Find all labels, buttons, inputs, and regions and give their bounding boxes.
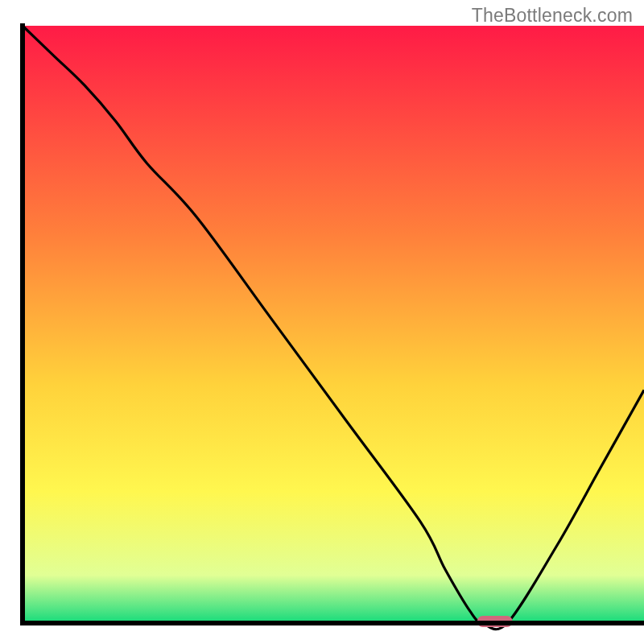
plot-background — [23, 26, 644, 623]
chart-container: TheBottleneck.com — [0, 0, 644, 644]
watermark-text: TheBottleneck.com — [472, 5, 633, 27]
chart-svg — [0, 0, 644, 644]
